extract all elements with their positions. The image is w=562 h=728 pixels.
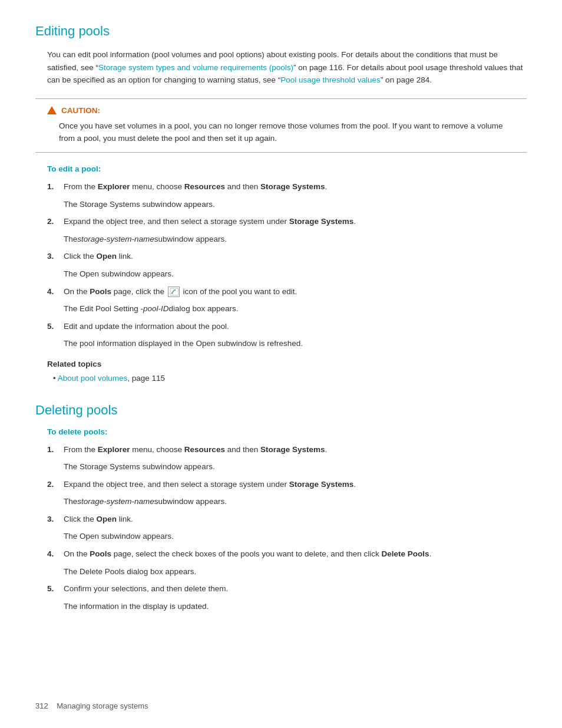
explorer-bold-d1: Explorer xyxy=(98,445,130,454)
editing-pools-intro: You can edit pool information (pool volu… xyxy=(35,48,527,87)
edit-step-1-number: 1. xyxy=(47,180,64,193)
edit-step-5-number: 5. xyxy=(47,320,64,333)
storage-system-types-link[interactable]: Storage system types and volume requirem… xyxy=(98,63,293,72)
resources-bold-d1: Resources xyxy=(184,445,225,454)
delete-step-4: 4. On the Pools page, select the check b… xyxy=(47,548,527,561)
delete-step-3-number: 3. xyxy=(47,513,64,526)
edit-step-2-number: 2. xyxy=(47,215,64,228)
storage-systems-bold-d2: Storage Systems xyxy=(289,480,354,489)
delete-step-3-sub: The Open subwindow appears. xyxy=(47,530,527,543)
edit-step-3-content: Click the Open link. xyxy=(64,250,527,263)
edit-step-2-content: Expand the object tree, and then select … xyxy=(64,215,527,228)
caution-box: CAUTION: Once you have set volumes in a … xyxy=(35,98,527,153)
edit-icon-container xyxy=(168,286,180,297)
related-topics-list: About pool volumes, page 115 xyxy=(35,372,527,385)
svg-rect-0 xyxy=(170,288,178,295)
related-topic-1: About pool volumes, page 115 xyxy=(53,372,527,385)
open-bold-1: Open xyxy=(97,252,117,261)
delete-step-3-content: Click the Open link. xyxy=(64,513,527,526)
storage-systems-bold-d1: Storage Systems xyxy=(260,445,325,454)
editing-pools-title: Editing pools xyxy=(35,24,527,39)
edit-step-4-number: 4. xyxy=(47,285,64,298)
delete-step-4-content: On the Pools page, select the check boxe… xyxy=(64,548,527,561)
caution-triangle-icon xyxy=(47,106,57,114)
pool-id-italic: pool-ID xyxy=(143,302,169,315)
delete-step-1-content: From the Explorer menu, choose Resources… xyxy=(64,443,527,456)
delete-step-2-content: Expand the object tree, and then select … xyxy=(64,478,527,491)
edit-step-1-sub: The Storage Systems subwindow appears. xyxy=(47,198,527,211)
delete-step-5-sub: The information in the display is update… xyxy=(47,600,527,613)
pools-bold-1: Pools xyxy=(90,287,111,296)
resources-bold-1: Resources xyxy=(184,182,225,191)
edit-step-5-content: Edit and update the information about th… xyxy=(64,320,527,333)
pools-bold-d1: Pools xyxy=(90,549,111,558)
delete-pool-steps-list: 1. From the Explorer menu, choose Resour… xyxy=(35,443,527,613)
delete-step-2: 2. Expand the object tree, and then sele… xyxy=(47,478,527,491)
page-footer: 312 Managing storage systems xyxy=(35,701,148,710)
delete-step-3: 3. Click the Open link. xyxy=(47,513,527,526)
storage-system-name-italic-1: storage-system-name xyxy=(77,233,154,246)
intro-text-after-link2: ” on page 284. xyxy=(381,75,432,84)
edit-step-3-sub: The Open subwindow appears. xyxy=(47,268,527,281)
edit-pool-steps-list: 1. From the Explorer menu, choose Resour… xyxy=(35,180,527,350)
storage-systems-bold-1: Storage Systems xyxy=(260,182,325,191)
edit-step-4-content: On the Pools page, click the icon of the… xyxy=(64,285,527,298)
related-topics-heading: Related topics xyxy=(35,360,527,368)
deleting-pools-section: Deleting pools To delete pools: 1. From … xyxy=(35,403,527,613)
caution-body-text: Once you have set volumes in a pool, you… xyxy=(47,120,515,145)
related-topic-1-suffix: , page 115 xyxy=(127,374,165,383)
delete-pool-procedure-heading: To delete pools: xyxy=(35,427,527,436)
delete-step-1-number: 1. xyxy=(47,443,64,456)
footer-text: Managing storage systems xyxy=(57,701,148,710)
caution-header: CAUTION: xyxy=(47,106,515,115)
delete-step-5-content: Confirm your selections, and then delete… xyxy=(64,582,527,595)
caution-label: CAUTION: xyxy=(61,106,100,115)
edit-step-5: 5. Edit and update the information about… xyxy=(47,320,527,333)
edit-step-1: 1. From the Explorer menu, choose Resour… xyxy=(47,180,527,193)
edit-step-3-number: 3. xyxy=(47,250,64,263)
page-number: 312 xyxy=(35,701,48,710)
edit-step-2-sub: The storage-system-name subwindow appear… xyxy=(47,233,527,246)
about-pool-volumes-link[interactable]: About pool volumes xyxy=(58,374,128,383)
deleting-pools-title: Deleting pools xyxy=(35,403,527,418)
editing-pools-section: Editing pools You can edit pool informat… xyxy=(35,24,527,385)
delete-step-5: 5. Confirm your selections, and then del… xyxy=(47,582,527,595)
edit-step-1-content: From the Explorer menu, choose Resources… xyxy=(64,180,527,193)
storage-system-name-italic-d: storage-system-name xyxy=(77,495,154,508)
explorer-bold-1: Explorer xyxy=(98,182,130,191)
open-bold-d1: Open xyxy=(97,515,117,523)
edit-pool-procedure-heading: To edit a pool: xyxy=(35,164,527,173)
delete-step-2-sub: The storage-system-name subwindow appear… xyxy=(47,495,527,508)
delete-step-1-sub: The Storage Systems subwindow appears. xyxy=(47,460,527,473)
edit-step-3: 3. Click the Open link. xyxy=(47,250,527,263)
edit-step-5-sub: The pool information displayed in the Op… xyxy=(47,337,527,350)
delete-step-4-number: 4. xyxy=(47,548,64,561)
edit-step-4: 4. On the Pools page, click the icon of … xyxy=(47,285,527,298)
delete-step-1: 1. From the Explorer menu, choose Resour… xyxy=(47,443,527,456)
delete-pools-bold: Delete Pools xyxy=(382,549,429,558)
pencil-edit-icon xyxy=(170,288,179,296)
pool-usage-threshold-link[interactable]: Pool usage threshold values xyxy=(280,75,381,84)
delete-step-2-number: 2. xyxy=(47,478,64,491)
storage-systems-bold-2: Storage Systems xyxy=(289,217,354,226)
edit-step-4-sub: The Edit Pool Setting - pool-ID dialog b… xyxy=(47,302,527,315)
delete-step-4-sub: The Delete Pools dialog box appears. xyxy=(47,565,527,578)
edit-step-2: 2. Expand the object tree, and then sele… xyxy=(47,215,527,228)
delete-step-5-number: 5. xyxy=(47,582,64,595)
